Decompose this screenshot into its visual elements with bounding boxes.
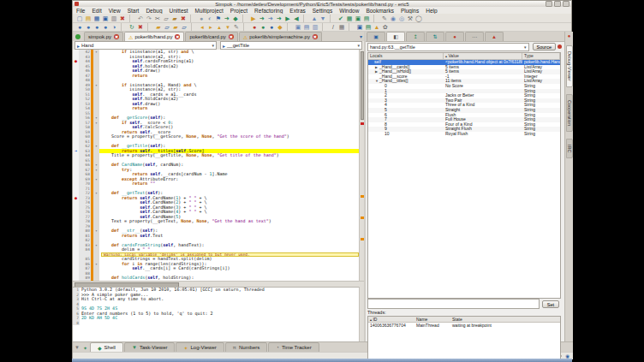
edit-d-icon[interactable]: ▱ — [180, 23, 188, 31]
continue-icon[interactable]: ▶ — [283, 15, 292, 22]
call-trace-tab[interactable]: ⇅ — [426, 32, 444, 41]
threads-tab[interactable]: ↥ — [406, 32, 425, 41]
arrow-up-icon[interactable]: ▲ — [310, 15, 319, 22]
pen-icon[interactable]: ✎ — [232, 23, 241, 31]
paste-icon[interactable]: ▰ — [170, 15, 179, 22]
box-d-icon[interactable]: ▲ — [373, 23, 381, 31]
new-icon[interactable]: ▢ — [75, 15, 84, 22]
stack-frame-combo[interactable]: hand.py:63.__getTitle ▾ — [367, 43, 529, 51]
filter-icon[interactable]: ◆ — [231, 15, 240, 22]
locals-table[interactable]: Locals ▴ Value Type self<pokerlib.hand.H… — [367, 52, 561, 299]
desktop-taskbar[interactable] — [72, 359, 572, 362]
breakpoint-margin[interactable] — [73, 276, 79, 281]
menu-window[interactable]: Window — [336, 8, 362, 14]
menu-debug[interactable]: Debug — [142, 8, 165, 14]
profile-icon[interactable]: ▣ — [354, 15, 362, 22]
variable-filter-input[interactable] — [367, 299, 540, 309]
gear-icon[interactable]: ✿ — [381, 23, 390, 31]
doc-icon[interactable]: ▤ — [362, 15, 371, 22]
bp-next-icon[interactable]: ● — [84, 23, 92, 31]
zoom-out-icon[interactable]: ◎ — [397, 15, 406, 22]
column-name[interactable]: Name — [414, 317, 450, 322]
source-button[interactable]: Source — [533, 43, 556, 50]
exceptions-tab[interactable]: ▲ — [485, 32, 504, 41]
redo-icon[interactable]: ↷ — [145, 15, 153, 22]
save-icon[interactable]: ▦ — [92, 15, 101, 22]
copy-icon[interactable]: ▱ — [162, 15, 170, 22]
tab-close-icon[interactable]: ✖ — [313, 34, 318, 39]
check-icon[interactable]: ✔ — [337, 15, 345, 22]
set-button[interactable]: Set — [542, 300, 559, 308]
box-b-icon[interactable]: ▣ — [355, 23, 364, 31]
column-type[interactable]: Type — [522, 53, 560, 59]
tab-pokerlib-card-py[interactable]: pokerlib/card.py✖ — [185, 32, 237, 41]
pencil-icon[interactable]: ✎ — [380, 15, 389, 22]
zoom-in-icon[interactable]: ◉ — [389, 15, 397, 22]
stop-icon[interactable]: ✖ — [136, 23, 145, 31]
shell-console[interactable]: 1Python 3.0.2 (default, Jun 10 2010, 16:… — [73, 287, 359, 342]
bp-clear-icon[interactable]: ● — [101, 23, 110, 31]
tab-close-icon[interactable]: ✖ — [229, 34, 234, 39]
win-b-icon[interactable]: ▤ — [302, 23, 311, 31]
menu-multiproject[interactable]: Multiproject — [192, 8, 227, 14]
edit-c-icon[interactable]: ▰ — [171, 23, 180, 31]
save-all-icon[interactable]: ▣ — [101, 15, 110, 22]
menu-help[interactable]: Help — [422, 8, 440, 14]
nav-up-icon[interactable]: ▴ — [215, 23, 224, 31]
column-value[interactable]: ▴ Value — [444, 53, 522, 59]
goto-icon[interactable]: ➜ — [223, 15, 231, 22]
menu-refactoring[interactable]: Refactoring — [251, 8, 286, 14]
variables-tab[interactable]: ▣ — [367, 32, 385, 41]
locals-table-header[interactable]: Locals ▴ Value Type — [368, 53, 560, 60]
delete-icon[interactable]: ✖ — [179, 15, 188, 22]
column-state[interactable]: State — [450, 317, 560, 322]
watch-tab[interactable]: ⋯ — [465, 32, 484, 41]
tab-pokerlib-hand-py[interactable]: ⚠pokerlib/hand.py✖ — [124, 32, 184, 41]
threads-table[interactable]: ▴ ID Name State 140063636776704MainThrea… — [367, 316, 561, 362]
column-locals[interactable]: Locals — [368, 53, 444, 59]
bp-toggle-icon[interactable]: ● — [75, 23, 84, 31]
nav-dn-icon[interactable]: ▾ — [224, 23, 232, 31]
arrow-dn-icon[interactable]: ▼ — [319, 15, 327, 22]
step-over-icon[interactable]: ➜ — [266, 15, 275, 22]
tab-simpok-py[interactable]: simpok.py✖ — [84, 32, 123, 41]
code-editor[interactable]: 42▾ if isinstance(a1, str) and \43 isins… — [73, 50, 359, 281]
tab-close-icon[interactable]: ✖ — [175, 34, 180, 39]
print-icon[interactable]: ▥ — [110, 15, 118, 22]
tab-close-icon[interactable]: ✖ — [114, 34, 119, 39]
run-icon[interactable]: ▶ — [249, 15, 258, 22]
menu-bookmarks[interactable]: Bookmarks — [362, 8, 397, 14]
diamond-icon[interactable]: ◆ — [276, 23, 284, 31]
breakpoints-tab[interactable]: ● — [445, 32, 464, 41]
open-icon[interactable]: ▤ — [84, 15, 92, 22]
refresh-icon[interactable]: ↻ — [128, 23, 136, 31]
help-icon[interactable]: ◯ — [414, 15, 423, 22]
editor-horizontal-scrollbar[interactable] — [73, 281, 364, 287]
variable-row[interactable]: 10Royal FlushString — [368, 132, 560, 137]
menu-settings[interactable]: Settings — [309, 8, 337, 14]
menu-edit[interactable]: Edit — [88, 8, 104, 14]
stack-tab[interactable]: ◧ — [386, 32, 405, 41]
circle-r-icon[interactable]: ● — [250, 23, 259, 31]
menu-file[interactable]: File — [73, 8, 88, 14]
thread-row[interactable]: 140063636776704MainThreadwaiting at brea… — [368, 323, 560, 328]
fold-margin[interactable] — [93, 276, 99, 281]
edit-a-icon[interactable]: ▰ — [154, 23, 163, 31]
bp-prev-icon[interactable]: ● — [92, 23, 101, 31]
side-tab-cooperation[interactable]: Cooperation — [566, 94, 573, 132]
nav-fwd-icon[interactable]: ▸ — [206, 23, 215, 31]
shell-mode-icon[interactable]: ✦ — [83, 345, 87, 351]
minimize-button[interactable] — [546, 1, 552, 7]
step-out-icon[interactable]: ➜ — [275, 15, 283, 22]
column-id[interactable]: ▴ ID — [368, 317, 414, 322]
win-c-icon[interactable]: ▥ — [311, 23, 319, 31]
menu-view[interactable]: View — [105, 8, 124, 14]
grid-icon[interactable]: ▦ — [337, 23, 346, 31]
menu-plugins[interactable]: Plugins — [397, 8, 422, 14]
circle-b-icon[interactable]: ● — [267, 23, 276, 31]
tab-list-icon[interactable]: ▾ — [360, 33, 362, 39]
build-icon[interactable]: ▦ — [345, 15, 354, 22]
edit-b-icon[interactable]: ▱ — [163, 23, 171, 31]
close-icon[interactable]: ✖ — [118, 15, 127, 22]
pin-icon[interactable]: ▼ — [75, 345, 80, 350]
